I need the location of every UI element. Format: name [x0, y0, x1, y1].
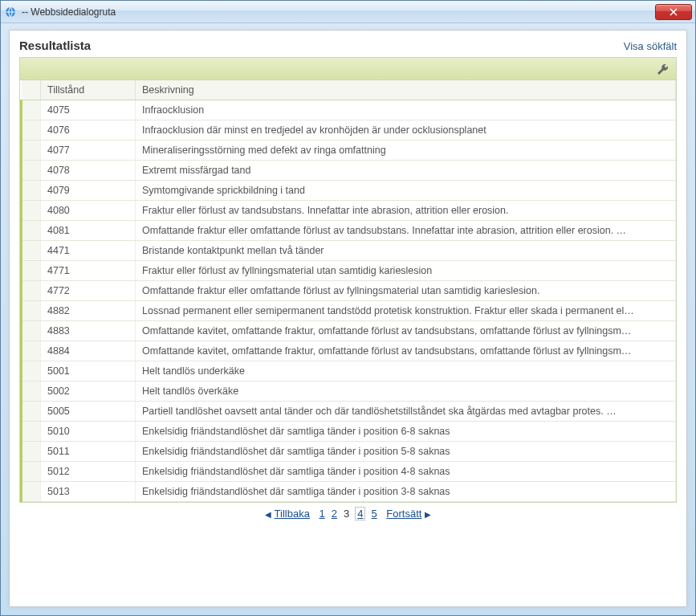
dialog-window: -- Webbsidedialogruta Resultatlista Visa… — [0, 0, 696, 616]
row-gutter — [22, 241, 41, 261]
col-desc[interactable]: Beskrivning — [136, 80, 676, 100]
table-row[interactable]: 4081Omfattande fraktur eller omfattande … — [22, 221, 676, 241]
cell-code: 5013 — [41, 482, 136, 502]
cell-code: 5012 — [41, 462, 136, 482]
table-row[interactable]: 4075Infraocklusion — [22, 100, 676, 120]
cell-code: 5010 — [41, 422, 136, 442]
table-row[interactable]: 5002Helt tandlös överkäke — [22, 381, 676, 402]
row-gutter — [22, 221, 41, 241]
row-gutter — [22, 321, 41, 341]
cell-desc: Lossnad permanent eller semipermanent ta… — [136, 301, 676, 321]
cell-desc: Helt tandlös underkäke — [136, 361, 676, 381]
row-gutter — [22, 201, 41, 221]
table-row[interactable]: 5011Enkelsidig friändstandlöshet där sam… — [22, 442, 676, 462]
table-row[interactable]: 5012Enkelsidig friändstandlöshet där sam… — [22, 462, 676, 482]
table-row[interactable]: 4884Omfattande kavitet, omfattande frakt… — [22, 341, 676, 361]
results-grid: Tillstånd Beskrivning 4075Infraocklusion… — [19, 57, 677, 503]
cell-code: 4771 — [41, 261, 136, 281]
cell-code: 4077 — [41, 141, 136, 161]
row-gutter — [22, 361, 41, 381]
row-gutter — [22, 422, 41, 442]
row-gutter — [22, 161, 41, 181]
table-row[interactable]: 4771Fraktur eller förlust av fyllningsma… — [22, 261, 676, 281]
table-row[interactable]: 5001Helt tandlös underkäke — [22, 361, 676, 381]
row-gutter — [22, 341, 41, 361]
pager-page-current: 3 — [344, 508, 349, 520]
col-code[interactable]: Tillstånd — [41, 80, 136, 100]
page-title: Resultatlista — [19, 39, 91, 52]
row-gutter — [22, 301, 41, 321]
cell-desc: Omfattande kavitet, omfattande fraktur, … — [136, 341, 676, 361]
window-title: -- Webbsidedialogruta — [22, 6, 655, 18]
row-gutter — [22, 281, 41, 301]
cell-desc: Partiell tandlöshet oavsett antal tänder… — [136, 402, 676, 422]
cell-desc: Infraocklusion — [136, 100, 676, 120]
pager-page-link[interactable]: 2 — [332, 508, 337, 520]
cell-desc: Mineraliseringsstörning med defekt av ri… — [136, 141, 676, 161]
row-gutter — [22, 381, 41, 402]
cell-code: 4076 — [41, 120, 136, 141]
cell-desc: Enkelsidig friändstandlöshet där samtlig… — [136, 442, 676, 462]
row-gutter — [22, 402, 41, 422]
cell-desc: Symtomgivande sprickbildning i tand — [136, 181, 676, 201]
cell-desc: Extremt missfärgad tand — [136, 161, 676, 181]
cell-desc: Infraocklusion där minst en tredjedel av… — [136, 120, 676, 141]
cell-desc: Omfattande fraktur eller omfattande förl… — [136, 281, 676, 301]
table-row[interactable]: 4078Extremt missfärgad tand — [22, 161, 676, 181]
row-gutter — [22, 120, 41, 141]
pager-prev[interactable]: Tillbaka — [275, 508, 310, 520]
titlebar: -- Webbsidedialogruta — [1, 1, 695, 23]
cell-desc: Fraktur eller förlust av fyllningsmateri… — [136, 261, 676, 281]
cell-code: 4882 — [41, 301, 136, 321]
cell-desc: Fraktur eller förlust av tandsubstans. I… — [136, 201, 676, 221]
row-gutter — [22, 442, 41, 462]
header-row: Resultatlista Visa sökfält — [19, 39, 677, 52]
pager-next[interactable]: Fortsätt — [386, 508, 421, 520]
table-row[interactable]: 4080Fraktur eller förlust av tandsubstan… — [22, 201, 676, 221]
cell-desc: Enkelsidig friändstandlöshet där samtlig… — [136, 482, 676, 502]
results-table: Tillstånd Beskrivning 4075Infraocklusion… — [20, 80, 676, 502]
table-header-row: Tillstånd Beskrivning — [22, 80, 676, 100]
close-button[interactable] — [655, 4, 692, 20]
table-row[interactable]: 4882Lossnad permanent eller semipermanen… — [22, 301, 676, 321]
prev-arrow-icon: ◀ — [265, 510, 271, 519]
row-gutter — [22, 181, 41, 201]
table-row[interactable]: 4883Omfattande kavitet, omfattande frakt… — [22, 321, 676, 341]
table-row[interactable]: 5013Enkelsidig friändstandlöshet där sam… — [22, 482, 676, 502]
cell-code: 4884 — [41, 341, 136, 361]
row-gutter — [22, 100, 41, 120]
table-row[interactable]: 4772Omfattande fraktur eller omfattande … — [22, 281, 676, 301]
cell-code: 4883 — [41, 321, 136, 341]
table-row[interactable]: 5010Enkelsidig friändstandlöshet där sam… — [22, 422, 676, 442]
cell-code: 5001 — [41, 361, 136, 381]
table-row[interactable]: 4076Infraocklusion där minst en tredjede… — [22, 120, 676, 141]
next-arrow-icon: ▶ — [425, 510, 431, 519]
cell-desc: Bristande kontaktpunkt mellan två tänder — [136, 241, 676, 261]
ie-favicon-icon — [4, 6, 17, 18]
table-row[interactable]: 5005Partiell tandlöshet oavsett antal tä… — [22, 402, 676, 422]
show-search-link[interactable]: Visa sökfält — [624, 40, 677, 52]
col-selector — [22, 80, 41, 100]
close-icon — [670, 8, 678, 16]
cell-desc: Enkelsidig friändstandlöshet där samtlig… — [136, 422, 676, 442]
cell-desc: Omfattande kavitet, omfattande fraktur, … — [136, 321, 676, 341]
pager-page-link[interactable]: 4 — [356, 508, 364, 520]
pager-page-link[interactable]: 1 — [320, 508, 325, 520]
cell-code: 4081 — [41, 221, 136, 241]
cell-code: 4078 — [41, 161, 136, 181]
table-row[interactable]: 4079Symtomgivande sprickbildning i tand — [22, 181, 676, 201]
cell-code: 4080 — [41, 201, 136, 221]
cell-desc: Helt tandlös överkäke — [136, 381, 676, 402]
row-gutter — [22, 141, 41, 161]
cell-code: 5011 — [41, 442, 136, 462]
table-row[interactable]: 4471Bristande kontaktpunkt mellan två tä… — [22, 241, 676, 261]
cell-desc: Omfattande fraktur eller omfattande förl… — [136, 221, 676, 241]
table-row[interactable]: 4077Mineraliseringsstörning med defekt a… — [22, 141, 676, 161]
pager-page-link[interactable]: 5 — [371, 508, 376, 520]
row-gutter — [22, 261, 41, 281]
row-gutter — [22, 482, 41, 502]
cell-code: 4075 — [41, 100, 136, 120]
wrench-icon[interactable] — [657, 63, 670, 75]
cell-desc: Enkelsidig friändstandlöshet där samtlig… — [136, 462, 676, 482]
pager: ◀Tillbaka 12345 Fortsätt▶ — [19, 503, 677, 521]
